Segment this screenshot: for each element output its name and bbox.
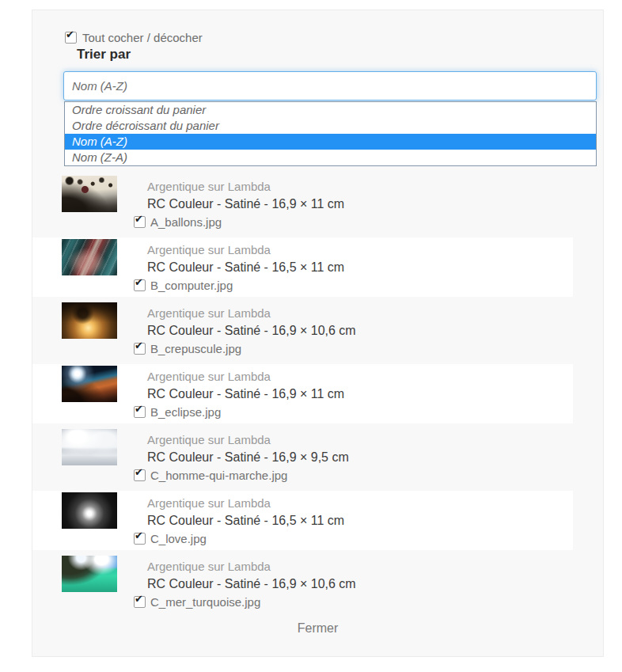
- item-checkbox[interactable]: ✔: [134, 533, 146, 545]
- checkmark-icon: ✔: [135, 530, 143, 541]
- check-all-checkbox[interactable]: ✔: [65, 32, 77, 44]
- check-all-label: Tout cocher / décocher: [82, 31, 203, 44]
- item-checkbox[interactable]: ✔: [134, 469, 146, 481]
- sort-option-name-az[interactable]: Nom (A-Z): [65, 134, 596, 150]
- sort-option-name-za[interactable]: Nom (Z-A): [65, 150, 596, 165]
- check-all-row: ✔ Tout cocher / décocher: [65, 31, 203, 44]
- photo-item: Argentique sur Lambda RC Couleur - Satin…: [32, 491, 573, 550]
- item-title: Argentique sur Lambda: [147, 370, 271, 383]
- item-spec: RC Couleur - Satiné - 16,9 × 11 cm: [147, 387, 344, 401]
- item-spec: RC Couleur - Satiné - 16,9 × 9,5 cm: [147, 450, 349, 465]
- photo-thumbnail: [62, 176, 117, 212]
- print-selection-panel: ✔ Tout cocher / décocher Trier par Nom (…: [32, 9, 604, 657]
- sort-heading: Trier par: [77, 47, 131, 63]
- checkmark-icon: ✔: [66, 29, 74, 40]
- checkmark-icon: ✔: [135, 404, 143, 414]
- item-checkbox[interactable]: ✔: [134, 596, 146, 608]
- photo-item: Argentique sur Lambda RC Couleur - Satin…: [32, 554, 573, 613]
- photo-item: Argentique sur Lambda RC Couleur - Satin…: [32, 427, 573, 487]
- item-spec: RC Couleur - Satiné - 16,5 × 11 cm: [147, 514, 344, 528]
- photo-list: Argentique sur Lambda RC Couleur - Satin…: [32, 174, 573, 617]
- item-file-row: ✔ B_eclipse.jpg: [134, 405, 221, 419]
- item-file-row: ✔ C_love.jpg: [134, 532, 207, 545]
- checkmark-icon: ✔: [135, 214, 143, 224]
- item-filename: C_mer_turquoise.jpg: [150, 595, 260, 609]
- item-filename: B_crepuscule.jpg: [150, 342, 241, 355]
- sort-option-order-asc[interactable]: Ordre croissant du panier: [65, 102, 596, 118]
- checkmark-icon: ✔: [135, 594, 143, 604]
- item-title: Argentique sur Lambda: [147, 560, 271, 573]
- photo-thumbnail: [62, 492, 117, 529]
- checkmark-icon: ✔: [135, 340, 143, 351]
- item-file-row: ✔ B_computer.jpg: [134, 279, 233, 292]
- photo-thumbnail: [62, 239, 117, 275]
- item-spec: RC Couleur - Satiné - 16,9 × 10,6 cm: [147, 577, 356, 591]
- item-filename: B_computer.jpg: [150, 279, 233, 292]
- panel-footer: Fermer: [32, 621, 603, 636]
- photo-item: Argentique sur Lambda RC Couleur - Satin…: [32, 237, 573, 297]
- photo-thumbnail: [62, 302, 117, 339]
- photo-thumbnail: [62, 556, 117, 592]
- photo-item: Argentique sur Lambda RC Couleur - Satin…: [32, 301, 573, 360]
- sort-options-dropdown: Ordre croissant du panier Ordre décroiss…: [64, 101, 597, 166]
- item-checkbox[interactable]: ✔: [134, 279, 146, 291]
- item-checkbox[interactable]: ✔: [134, 406, 146, 418]
- item-file-row: ✔ B_crepuscule.jpg: [134, 342, 241, 355]
- item-spec: RC Couleur - Satiné - 16,9 × 11 cm: [147, 197, 344, 211]
- checkmark-icon: ✔: [135, 277, 143, 287]
- item-title: Argentique sur Lambda: [147, 433, 271, 446]
- item-filename: A_ballons.jpg: [150, 215, 222, 229]
- item-filename: C_homme-qui-marche.jpg: [150, 469, 287, 482]
- item-checkbox[interactable]: ✔: [134, 343, 146, 355]
- item-file-row: ✔ C_homme-qui-marche.jpg: [134, 469, 287, 482]
- item-title: Argentique sur Lambda: [147, 496, 271, 510]
- item-title: Argentique sur Lambda: [147, 180, 271, 193]
- sort-select[interactable]: Nom (A-Z): [63, 71, 597, 101]
- close-button[interactable]: Fermer: [298, 621, 339, 635]
- item-filename: B_eclipse.jpg: [150, 405, 221, 419]
- photo-thumbnail: [62, 366, 117, 402]
- photo-item: Argentique sur Lambda RC Couleur - Satin…: [32, 364, 573, 423]
- item-title: Argentique sur Lambda: [147, 243, 271, 256]
- checkmark-icon: ✔: [135, 467, 143, 477]
- photo-item: Argentique sur Lambda RC Couleur - Satin…: [32, 174, 573, 233]
- item-title: Argentique sur Lambda: [147, 306, 271, 320]
- item-filename: C_love.jpg: [150, 532, 207, 545]
- item-file-row: ✔ A_ballons.jpg: [134, 215, 222, 229]
- item-checkbox[interactable]: ✔: [134, 216, 146, 228]
- sort-option-order-desc[interactable]: Ordre décroissant du panier: [65, 118, 596, 134]
- photo-thumbnail: [62, 429, 117, 465]
- item-spec: RC Couleur - Satiné - 16,9 × 10,6 cm: [147, 324, 356, 338]
- sort-select-value: Nom (A-Z): [72, 79, 127, 93]
- item-spec: RC Couleur - Satiné - 16,5 × 11 cm: [147, 260, 344, 275]
- item-file-row: ✔ C_mer_turquoise.jpg: [134, 595, 260, 609]
